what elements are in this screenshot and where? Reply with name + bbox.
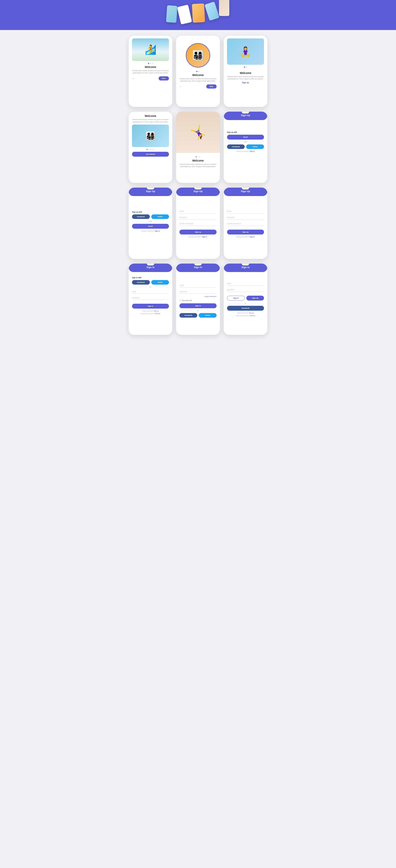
signin-btn-form[interactable]: Sign in bbox=[179, 303, 217, 308]
dot-3-2 bbox=[246, 67, 247, 68]
welcome-text-4: Praesent tellus mauris, tincidunt nec ip… bbox=[132, 119, 169, 123]
phone-1-content: 🏄 Welcome Praesent tellus mauris, tincid… bbox=[129, 36, 172, 84]
phone-3-content: 🧘‍♀️ Welcome Praesent tellus mauris, tin… bbox=[224, 36, 267, 87]
or-divider-social: OR bbox=[227, 141, 264, 143]
hero-phone-5 bbox=[219, 0, 229, 16]
notch-cutout-6 bbox=[194, 264, 202, 266]
social-row-signin: Facebook Twitter bbox=[132, 280, 169, 285]
spacer-s1 bbox=[227, 124, 264, 128]
sign-up-link-3[interactable]: Sign up bbox=[227, 82, 264, 84]
welcome-screen-3: 🧘‍♀️ Welcome Praesent tellus mauris, tin… bbox=[224, 36, 267, 107]
twitter-btn-fb[interactable]: Twitter bbox=[151, 214, 169, 219]
twitter-button-social[interactable]: Twitter bbox=[246, 145, 264, 149]
welcome-title-2: Welcome bbox=[179, 73, 217, 76]
welcome-screen-5: 🤸‍♀️ Welcome Praesent tellus mauris, tin… bbox=[176, 112, 220, 183]
notch-cutout-1 bbox=[242, 112, 249, 114]
already-text-form2: already remember? Sign in bbox=[227, 236, 264, 238]
signin-actions-header: Sign In bbox=[224, 264, 267, 272]
dot-5-1 bbox=[196, 156, 197, 157]
retrieve-link-social[interactable]: Retrieve bbox=[155, 313, 160, 314]
signin-form-content: Forgot Password? ✓ Remember Me Sign in o… bbox=[176, 273, 220, 323]
notch-cutout-7 bbox=[242, 264, 249, 266]
signup-link-actions[interactable]: Sign up bbox=[249, 312, 254, 314]
notch-cutout-2 bbox=[147, 188, 154, 189]
dot-4-1 bbox=[146, 149, 147, 150]
signin-social-content: Sign in with Facebook Twitter Or Sign in… bbox=[129, 273, 172, 319]
welcome-screen-4: Welcome Praesent tellus mauris, tincidun… bbox=[129, 112, 172, 183]
social-row-signup: Facebook Twitter bbox=[227, 145, 264, 149]
dot-2-active bbox=[196, 71, 197, 72]
retrieve-link-actions[interactable]: Retrieve bbox=[250, 315, 255, 316]
twitter-btn-signin-form[interactable]: Twitter bbox=[199, 313, 217, 318]
email-input-form1[interactable] bbox=[179, 209, 217, 214]
twitter-btn-signin[interactable]: Twitter bbox=[151, 280, 169, 285]
facebook-btn-actions[interactable]: Facebook bbox=[227, 306, 264, 311]
password-input-form1[interactable] bbox=[179, 215, 217, 220]
next-button-1[interactable]: Next bbox=[159, 76, 169, 81]
phone-5-content: Welcome Praesent tellus mauris, tincidun… bbox=[176, 153, 220, 172]
dot-5-2 bbox=[197, 156, 198, 157]
facebook-btn-signin[interactable]: Facebook bbox=[132, 280, 150, 285]
signup-social-screen: Sign Up Sign up with Email OR Facebook T… bbox=[224, 112, 267, 183]
sign-up-filled-btn[interactable]: Sign Up bbox=[246, 296, 264, 301]
email-btn-fb[interactable]: Email bbox=[132, 224, 169, 229]
dots-row-4 bbox=[132, 149, 169, 150]
already-text-fb: already remember? Sign in bbox=[132, 230, 169, 232]
signup-btn-form2[interactable]: Sign up bbox=[227, 229, 264, 235]
dot-1-2 bbox=[150, 63, 151, 64]
sign-in-link-social[interactable]: Sign in bbox=[250, 150, 255, 152]
signup-fb-header: Sign Up bbox=[129, 188, 172, 196]
signup-link-social[interactable]: Sign up bbox=[154, 310, 159, 312]
password-input-signin-actions[interactable] bbox=[227, 287, 264, 292]
nav-row-2: ← Skip bbox=[179, 85, 217, 89]
email-input-signin-form[interactable] bbox=[179, 283, 217, 287]
facebook-button-social[interactable]: Facebook bbox=[227, 145, 245, 149]
notch-cutout-4 bbox=[242, 188, 249, 189]
sign-in-outline-btn[interactable]: Sign in bbox=[227, 296, 245, 301]
facebook-btn-signin-form[interactable]: Facebook bbox=[179, 313, 197, 318]
back-arrow-2[interactable]: ← bbox=[179, 85, 182, 88]
dot-1-3 bbox=[152, 63, 153, 64]
dot-5-3 bbox=[199, 156, 200, 157]
notch-cutout-5 bbox=[147, 264, 154, 266]
welcome-text-1: Praesent tellus mauris, tincidunt nec ip… bbox=[132, 70, 169, 74]
email-input-form2[interactable] bbox=[227, 209, 264, 214]
check-icon[interactable]: ✓ bbox=[179, 300, 181, 302]
hero-phone-1 bbox=[166, 5, 177, 23]
dot-indicators-3 bbox=[227, 67, 264, 68]
signup-fb-content: Sign up with Facebook Twitter OR Email a… bbox=[129, 197, 172, 236]
signup-fb-tw-screen: Sign Up Sign up with Facebook Twitter OR… bbox=[129, 188, 172, 259]
email-input-signin-actions[interactable] bbox=[227, 281, 264, 286]
signup-btn-form1[interactable]: Sign up bbox=[179, 229, 217, 235]
skip-button-2[interactable]: Skip bbox=[206, 85, 217, 89]
password-input-signin-form[interactable] bbox=[179, 289, 217, 294]
facebook-btn-fb[interactable]: Facebook bbox=[132, 214, 150, 219]
signup-social-content: Sign up with Email OR Facebook Twitter a… bbox=[224, 121, 267, 156]
spacer-3 bbox=[227, 69, 264, 71]
hero-phone-3 bbox=[192, 3, 205, 23]
welcome-title-5: Welcome bbox=[179, 159, 217, 162]
confirm-input-form2[interactable] bbox=[227, 222, 264, 226]
password-input-form2[interactable] bbox=[227, 215, 264, 220]
signin-btn-social[interactable]: Sign in bbox=[132, 304, 169, 309]
signup-with-label-fb: Sign up with bbox=[132, 211, 169, 213]
already-text-social: already remember? Sign in bbox=[227, 150, 264, 152]
or-divider-actions: or bbox=[227, 302, 264, 304]
confirm-input-form1[interactable] bbox=[179, 222, 217, 226]
password-input-signin[interactable] bbox=[132, 296, 169, 300]
group-image: 👨‍👩‍👧‍👦 bbox=[132, 125, 169, 147]
forgot-password-link[interactable]: Forgot Password? bbox=[204, 296, 217, 297]
sign-in-link-form2[interactable]: Sign in bbox=[250, 236, 255, 238]
email-button-social[interactable]: Email bbox=[227, 135, 264, 140]
get-started-button[interactable]: Get Started bbox=[132, 152, 169, 157]
need-account-actions: Need an account? Sign up bbox=[227, 312, 264, 314]
email-input-signin[interactable] bbox=[132, 289, 169, 294]
dot-1-active bbox=[148, 63, 149, 64]
social-row-fb: Facebook Twitter bbox=[132, 214, 169, 219]
social-row-signin-form: Facebook Twitter bbox=[179, 313, 217, 318]
row-2-screens: Welcome Praesent tellus mauris, tincidun… bbox=[129, 112, 267, 183]
main-content: 🏄 Welcome Praesent tellus mauris, tincid… bbox=[125, 30, 271, 345]
back-arrow-1[interactable]: ← bbox=[132, 77, 135, 80]
sign-in-link-form1[interactable]: Sign in. bbox=[202, 236, 207, 238]
sign-in-link-fb[interactable]: Sign in bbox=[155, 230, 160, 232]
